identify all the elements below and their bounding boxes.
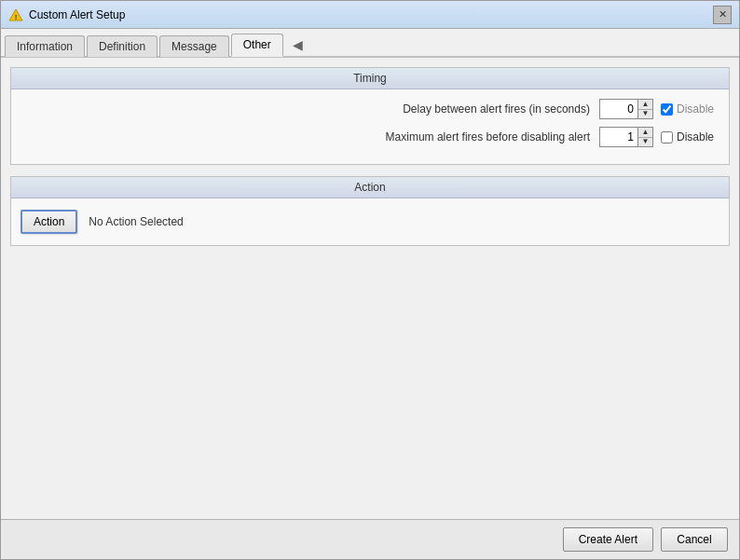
timing-content: Delay between alert fires (in seconds) ▲… <box>11 89 729 164</box>
tab-information[interactable]: Information <box>5 35 85 57</box>
max-spin-arrows: ▲ ▼ <box>637 128 652 146</box>
action-section: Action Action No Action Selected <box>10 176 730 246</box>
max-input[interactable] <box>600 128 637 146</box>
tab-definition[interactable]: Definition <box>87 35 158 57</box>
close-button[interactable]: ✕ <box>713 6 732 24</box>
delay-spin-arrows: ▲ ▼ <box>637 100 652 118</box>
action-content: Action No Action Selected <box>11 198 729 245</box>
delay-disable-checkbox[interactable] <box>661 103 673 116</box>
max-spin-down[interactable]: ▼ <box>638 138 652 147</box>
timing-section: Timing Delay between alert fires (in sec… <box>10 67 730 165</box>
window-title: Custom Alert Setup <box>29 8 713 21</box>
max-disable-label[interactable]: Disable <box>677 130 714 143</box>
delay-spin-down[interactable]: ▼ <box>638 110 652 119</box>
svg-text:!: ! <box>15 12 18 20</box>
delay-disable-label[interactable]: Disable <box>677 102 714 116</box>
max-fires-label: Maximum alert fires before disabling ale… <box>26 130 599 143</box>
footer: Create Alert Cancel <box>1 519 739 559</box>
max-fires-row: Maximum alert fires before disabling ale… <box>26 127 714 147</box>
warning-icon: ! <box>8 7 23 22</box>
tab-other[interactable]: Other <box>231 34 283 57</box>
delay-spinbox[interactable]: ▲ ▼ <box>599 99 653 119</box>
max-spinbox[interactable]: ▲ ▼ <box>599 127 653 147</box>
delay-spin-up[interactable]: ▲ <box>638 100 652 110</box>
create-alert-button[interactable]: Create Alert <box>563 527 653 552</box>
tab-message[interactable]: Message <box>159 35 229 57</box>
max-disable-checkbox[interactable] <box>661 131 673 143</box>
action-button[interactable]: Action <box>21 210 77 234</box>
tabs-arrow[interactable]: ◀ <box>285 34 310 56</box>
delay-disable-group: Disable <box>661 102 714 116</box>
content-area: Timing Delay between alert fires (in sec… <box>1 58 739 519</box>
timing-header: Timing <box>11 68 729 89</box>
tabs-bar: Information Definition Message Other ◀ <box>1 29 739 58</box>
main-window: ! Custom Alert Setup ✕ Information Defin… <box>0 0 740 560</box>
max-disable-group: Disable <box>661 130 714 143</box>
cancel-button[interactable]: Cancel <box>661 527 728 552</box>
delay-input[interactable] <box>600 100 637 118</box>
title-bar: ! Custom Alert Setup ✕ <box>1 1 739 29</box>
action-header: Action <box>11 177 729 198</box>
delay-label: Delay between alert fires (in seconds) <box>26 102 599 116</box>
no-action-text: No Action Selected <box>89 215 183 228</box>
max-spin-up[interactable]: ▲ <box>638 128 652 138</box>
delay-row: Delay between alert fires (in seconds) ▲… <box>26 99 714 119</box>
